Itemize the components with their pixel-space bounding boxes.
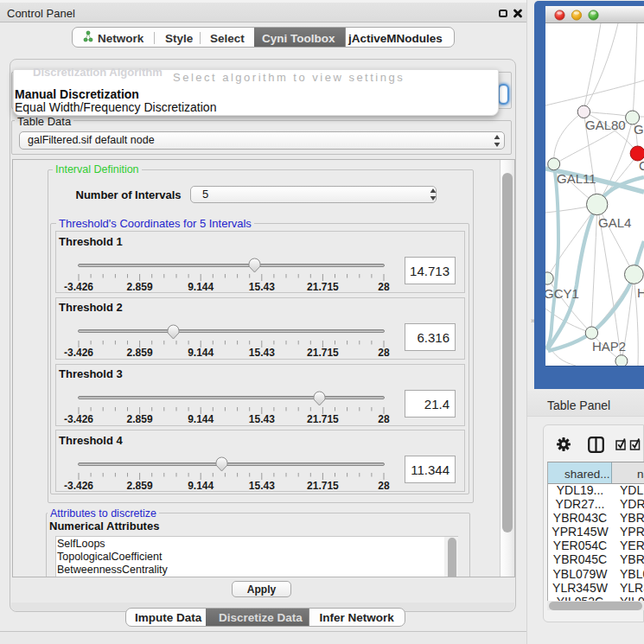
svg-text:GAL11: GAL11 (557, 171, 596, 186)
svg-text:HAP2: HAP2 (592, 339, 626, 354)
svg-text:H: H (637, 285, 644, 300)
svg-text:G.: G. (634, 122, 644, 137)
svg-text:C: C (639, 158, 644, 173)
svg-text:GAL80: GAL80 (585, 118, 626, 132)
svg-text:GCY1: GCY1 (545, 286, 579, 301)
svg-text:GAL4: GAL4 (598, 215, 631, 230)
